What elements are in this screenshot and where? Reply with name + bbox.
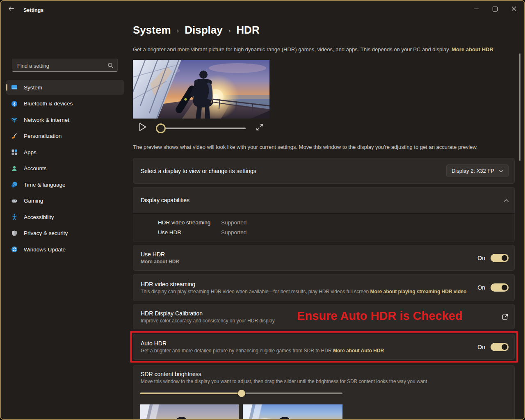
use-hdr-title: Use HDR xyxy=(141,251,179,258)
sidebar-item-label: Windows Update xyxy=(24,247,66,253)
auto-hdr-description: Get a brighter and more detailed picture… xyxy=(141,348,384,354)
sidebar-item-accounts[interactable]: Accounts xyxy=(6,161,124,176)
sdr-brightness-title: SDR content brightness xyxy=(141,371,507,377)
sidebar-item-label: Network & internet xyxy=(24,117,69,123)
auto-hdr-title: Auto HDR xyxy=(141,340,384,347)
sdr-brightness-description: Move this window to the display you want… xyxy=(141,379,507,384)
sidebar-item-label: Time & language xyxy=(24,182,66,188)
player-controls xyxy=(133,121,269,136)
sidebar-item-privacy-security[interactable]: Privacy & security xyxy=(6,226,124,241)
display-select-dropdown[interactable]: Display 2: X32 FP xyxy=(446,164,509,177)
search-box xyxy=(12,59,118,72)
window-controls xyxy=(467,1,523,16)
sidebar-item-label: Accounts xyxy=(24,165,47,171)
system-icon xyxy=(11,84,18,91)
hdr-preview-video[interactable] xyxy=(133,60,269,119)
sidebar-item-bluetooth-devices[interactable]: Bluetooth & devices xyxy=(6,96,124,111)
brush-icon xyxy=(11,133,18,139)
scrollbar[interactable] xyxy=(519,53,520,161)
seek-slider-thumb[interactable] xyxy=(156,123,166,133)
minimize-button[interactable] xyxy=(467,1,486,16)
auto-hdr-more-link[interactable]: More about Auto HDR xyxy=(333,348,384,354)
sidebar-item-label: Gaming xyxy=(24,198,43,204)
sdr-brightness-slider-thumb[interactable] xyxy=(238,390,245,397)
auto-hdr-card: Auto HDR Get a brighter and more detaile… xyxy=(133,334,515,360)
auto-hdr-toggle[interactable] xyxy=(491,343,509,351)
sidebar-item-system[interactable]: System xyxy=(6,80,124,95)
use-hdr-card: Use HDR More about HDR On xyxy=(133,245,515,271)
display-capabilities-title: Display capabilities xyxy=(141,197,189,203)
play-button[interactable] xyxy=(139,122,147,133)
maximize-icon xyxy=(493,7,498,11)
breadcrumb-system[interactable]: System xyxy=(133,24,171,37)
maximize-button[interactable] xyxy=(486,1,504,16)
sidebar-item-apps[interactable]: Apps xyxy=(6,145,124,160)
display-capabilities-body: HDR video streaming Supported Use HDR Su… xyxy=(133,213,515,242)
sdr-brightness-slider[interactable] xyxy=(140,390,342,397)
globe-clock-icon xyxy=(11,181,18,188)
window-title: Settings xyxy=(23,7,43,13)
page-description-text: Get a brighter and more vibrant picture … xyxy=(133,46,452,52)
settings-window: Settings System Bluetooth & devices xyxy=(0,0,525,420)
minimize-icon xyxy=(474,9,479,9)
hdr-streaming-description: This display can play streaming HDR vide… xyxy=(141,289,466,294)
sidebar-item-time-language[interactable]: Time & language xyxy=(6,177,124,192)
sidebar-item-label: Apps xyxy=(24,149,37,155)
sidebar-item-gaming[interactable]: Gaming xyxy=(6,194,124,208)
hdr-calibration-description: Improve color accuracy and consistency o… xyxy=(141,318,275,324)
more-about-hdr-link[interactable]: More about HDR xyxy=(452,46,493,52)
page-description: Get a brighter and more vibrant picture … xyxy=(133,46,515,52)
sidebar-item-personalization[interactable]: Personalization xyxy=(6,129,124,144)
breadcrumb-separator: › xyxy=(228,27,231,35)
capability-row: HDR video streaming Supported xyxy=(158,219,514,227)
sidebar-item-network-internet[interactable]: Network & internet xyxy=(6,112,124,127)
hdr-calibration-title: HDR Display Calibration xyxy=(141,310,275,317)
gamepad-icon xyxy=(11,198,18,204)
fullscreen-icon xyxy=(256,126,264,132)
sidebar-nav: System Bluetooth & devices Network & int… xyxy=(6,80,124,257)
video-frame-image xyxy=(133,60,269,119)
external-link-icon[interactable] xyxy=(502,313,509,320)
sidebar-item-label: Bluetooth & devices xyxy=(24,100,73,107)
chevron-down-icon xyxy=(499,168,503,174)
select-display-label: Select a display to view or change its s… xyxy=(141,168,256,174)
sidebar-item-label: Privacy & security xyxy=(24,230,68,236)
play-icon xyxy=(139,126,147,133)
display-capabilities-expander[interactable]: Display capabilities xyxy=(133,187,515,213)
slider-fill xyxy=(140,393,242,394)
hdr-streaming-card: HDR video streaming This display can pla… xyxy=(133,274,515,301)
search-icon xyxy=(107,62,114,70)
close-button[interactable] xyxy=(504,1,523,16)
use-hdr-toggle[interactable] xyxy=(491,254,509,262)
accessibility-icon xyxy=(11,214,18,220)
apps-icon xyxy=(11,149,18,155)
update-icon xyxy=(11,246,18,253)
bluetooth-icon xyxy=(11,100,18,107)
capability-row: Use HDR Supported xyxy=(158,228,514,237)
fullscreen-button[interactable] xyxy=(256,123,264,133)
capability-value: Supported xyxy=(221,228,247,237)
sdr-preview-image-left xyxy=(140,404,239,420)
breadcrumb-hdr: HDR xyxy=(236,24,259,37)
hdr-streaming-title: HDR video streaming xyxy=(141,281,466,288)
use-hdr-more-link[interactable]: More about HDR xyxy=(141,259,179,265)
seek-slider[interactable] xyxy=(157,128,246,129)
capability-value: Supported xyxy=(221,219,247,227)
auto-hdr-description-text: Get a brighter and more detailed picture… xyxy=(141,348,333,354)
sidebar-item-accessibility[interactable]: Accessibility xyxy=(6,210,124,224)
back-arrow-icon xyxy=(8,5,15,14)
select-display-card: Select a display to view or change its s… xyxy=(133,158,515,184)
hdr-streaming-toggle[interactable] xyxy=(491,283,509,292)
capability-label: Use HDR xyxy=(158,228,221,237)
back-button[interactable] xyxy=(7,5,16,14)
auto-hdr-state-label: On xyxy=(477,344,485,350)
breadcrumb: System › Display › HDR xyxy=(133,24,260,37)
sdr-preview-image-right xyxy=(243,404,342,420)
display-select-value: Display 2: X32 FP xyxy=(452,168,494,174)
breadcrumb-display[interactable]: Display xyxy=(185,24,223,37)
sidebar-item-windows-update[interactable]: Windows Update xyxy=(6,242,124,257)
search-input[interactable] xyxy=(16,59,104,72)
hdr-streaming-more-link[interactable]: More about playing streaming HDR video xyxy=(370,289,467,294)
sidebar-item-label: Personalization xyxy=(24,133,62,139)
annotation-text: Ensure Auto HDR is Checked xyxy=(297,309,462,323)
